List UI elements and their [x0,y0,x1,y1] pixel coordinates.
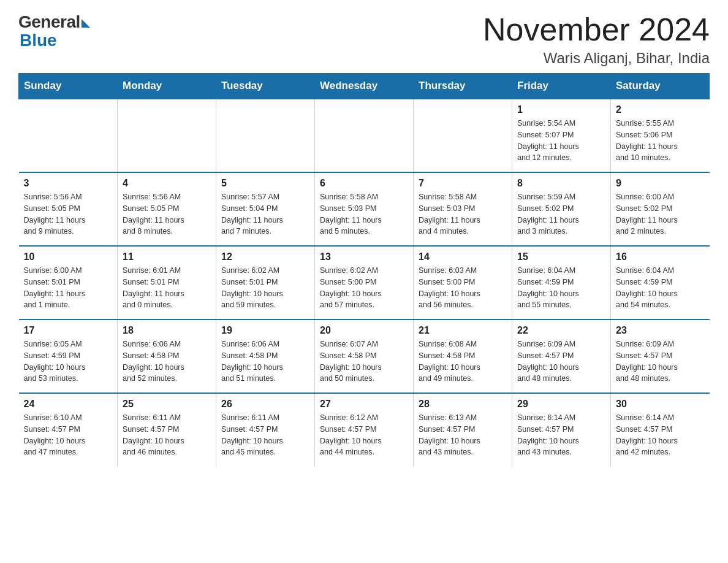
day-number: 3 [24,178,113,189]
day-info: Sunrise: 6:14 AMSunset: 4:57 PMDaylight:… [616,412,705,458]
day-number: 1 [517,104,605,115]
logo-general-text: General [18,12,80,32]
calendar-cell [315,99,414,172]
day-info: Sunrise: 6:09 AMSunset: 4:57 PMDaylight:… [616,339,705,385]
day-info: Sunrise: 5:55 AMSunset: 5:06 PMDaylight:… [616,118,705,164]
logo-triangle-icon [82,19,90,28]
calendar-cell: 15Sunrise: 6:04 AMSunset: 4:59 PMDayligh… [512,246,611,320]
calendar-cell: 28Sunrise: 6:13 AMSunset: 4:57 PMDayligh… [414,393,512,467]
day-number: 4 [123,178,211,189]
calendar-cell [216,99,315,172]
title-block: November 2024 Waris Aliganj, Bihar, Indi… [483,12,710,67]
calendar-cell: 27Sunrise: 6:12 AMSunset: 4:57 PMDayligh… [315,393,414,467]
day-number: 9 [616,178,705,189]
logo: General Blue [18,12,90,49]
day-info: Sunrise: 6:00 AMSunset: 5:02 PMDaylight:… [616,191,705,237]
day-number: 17 [24,325,113,336]
day-number: 14 [419,251,507,262]
day-info: Sunrise: 6:03 AMSunset: 5:00 PMDaylight:… [419,265,507,311]
day-info: Sunrise: 6:02 AMSunset: 5:01 PMDaylight:… [221,265,309,311]
calendar-cell: 19Sunrise: 6:06 AMSunset: 4:58 PMDayligh… [216,320,315,393]
day-of-week-header: Thursday [414,74,512,99]
calendar-cell: 23Sunrise: 6:09 AMSunset: 4:57 PMDayligh… [611,320,710,393]
day-number: 2 [616,104,705,115]
calendar-cell: 16Sunrise: 6:04 AMSunset: 4:59 PMDayligh… [611,246,710,320]
day-number: 12 [221,251,309,262]
calendar-cell: 12Sunrise: 6:02 AMSunset: 5:01 PMDayligh… [216,246,315,320]
calendar-cell: 13Sunrise: 6:02 AMSunset: 5:00 PMDayligh… [315,246,414,320]
day-info: Sunrise: 5:58 AMSunset: 5:03 PMDaylight:… [419,191,507,237]
calendar-header-row: SundayMondayTuesdayWednesdayThursdayFrid… [19,74,710,99]
day-number: 8 [517,178,605,189]
day-of-week-header: Sunday [19,74,118,99]
day-number: 26 [221,399,309,410]
calendar-cell: 29Sunrise: 6:14 AMSunset: 4:57 PMDayligh… [512,393,611,467]
calendar-cell: 4Sunrise: 5:56 AMSunset: 5:05 PMDaylight… [118,172,216,246]
day-number: 7 [419,178,507,189]
day-number: 20 [320,325,408,336]
day-of-week-header: Tuesday [216,74,315,99]
calendar-cell: 11Sunrise: 6:01 AMSunset: 5:01 PMDayligh… [118,246,216,320]
day-info: Sunrise: 6:13 AMSunset: 4:57 PMDaylight:… [419,412,507,458]
day-info: Sunrise: 5:54 AMSunset: 5:07 PMDaylight:… [517,118,605,164]
calendar-week-row: 1Sunrise: 5:54 AMSunset: 5:07 PMDaylight… [19,99,710,172]
day-info: Sunrise: 6:05 AMSunset: 4:59 PMDaylight:… [24,339,113,385]
calendar-cell: 30Sunrise: 6:14 AMSunset: 4:57 PMDayligh… [611,393,710,467]
day-info: Sunrise: 6:11 AMSunset: 4:57 PMDaylight:… [221,412,309,458]
day-number: 13 [320,251,408,262]
calendar-week-row: 10Sunrise: 6:00 AMSunset: 5:01 PMDayligh… [19,246,710,320]
calendar-cell: 5Sunrise: 5:57 AMSunset: 5:04 PMDaylight… [216,172,315,246]
calendar-cell: 18Sunrise: 6:06 AMSunset: 4:58 PMDayligh… [118,320,216,393]
day-info: Sunrise: 6:08 AMSunset: 4:58 PMDaylight:… [419,339,507,385]
day-number: 21 [419,325,507,336]
day-of-week-header: Saturday [611,74,710,99]
day-info: Sunrise: 5:59 AMSunset: 5:02 PMDaylight:… [517,191,605,237]
calendar-cell: 20Sunrise: 6:07 AMSunset: 4:58 PMDayligh… [315,320,414,393]
day-number: 23 [616,325,705,336]
day-info: Sunrise: 6:09 AMSunset: 4:57 PMDaylight:… [517,339,605,385]
calendar-cell: 1Sunrise: 5:54 AMSunset: 5:07 PMDaylight… [512,99,611,172]
calendar-cell: 3Sunrise: 5:56 AMSunset: 5:05 PMDaylight… [19,172,118,246]
day-number: 10 [24,251,113,262]
day-number: 11 [123,251,211,262]
day-info: Sunrise: 6:01 AMSunset: 5:01 PMDaylight:… [123,265,211,311]
page-header: General Blue November 2024 Waris Aliganj… [18,12,710,67]
day-info: Sunrise: 6:04 AMSunset: 4:59 PMDaylight:… [616,265,705,311]
calendar-week-row: 24Sunrise: 6:10 AMSunset: 4:57 PMDayligh… [19,393,710,467]
day-info: Sunrise: 6:10 AMSunset: 4:57 PMDaylight:… [24,412,113,458]
day-number: 16 [616,251,705,262]
calendar-subtitle: Waris Aliganj, Bihar, India [483,50,710,67]
day-info: Sunrise: 6:12 AMSunset: 4:57 PMDaylight:… [320,412,408,458]
calendar-title: November 2024 [483,12,710,47]
day-info: Sunrise: 6:06 AMSunset: 4:58 PMDaylight:… [221,339,309,385]
day-info: Sunrise: 6:06 AMSunset: 4:58 PMDaylight:… [123,339,211,385]
day-number: 25 [123,399,211,410]
day-of-week-header: Wednesday [315,74,414,99]
calendar-cell: 2Sunrise: 5:55 AMSunset: 5:06 PMDaylight… [611,99,710,172]
day-info: Sunrise: 6:11 AMSunset: 4:57 PMDaylight:… [123,412,211,458]
day-info: Sunrise: 5:57 AMSunset: 5:04 PMDaylight:… [221,191,309,237]
day-number: 24 [24,399,113,410]
calendar-cell [19,99,118,172]
calendar-cell: 9Sunrise: 6:00 AMSunset: 5:02 PMDaylight… [611,172,710,246]
calendar-cell: 10Sunrise: 6:00 AMSunset: 5:01 PMDayligh… [19,246,118,320]
day-number: 15 [517,251,605,262]
day-info: Sunrise: 5:58 AMSunset: 5:03 PMDaylight:… [320,191,408,237]
day-info: Sunrise: 6:02 AMSunset: 5:00 PMDaylight:… [320,265,408,311]
day-info: Sunrise: 5:56 AMSunset: 5:05 PMDaylight:… [24,191,113,237]
day-info: Sunrise: 6:07 AMSunset: 4:58 PMDaylight:… [320,339,408,385]
day-number: 30 [616,399,705,410]
calendar-cell: 26Sunrise: 6:11 AMSunset: 4:57 PMDayligh… [216,393,315,467]
calendar-cell: 7Sunrise: 5:58 AMSunset: 5:03 PMDaylight… [414,172,512,246]
calendar-cell [414,99,512,172]
day-of-week-header: Monday [118,74,216,99]
day-number: 18 [123,325,211,336]
day-info: Sunrise: 6:00 AMSunset: 5:01 PMDaylight:… [24,265,113,311]
calendar-cell: 21Sunrise: 6:08 AMSunset: 4:58 PMDayligh… [414,320,512,393]
day-info: Sunrise: 6:04 AMSunset: 4:59 PMDaylight:… [517,265,605,311]
calendar-cell: 6Sunrise: 5:58 AMSunset: 5:03 PMDaylight… [315,172,414,246]
calendar-week-row: 17Sunrise: 6:05 AMSunset: 4:59 PMDayligh… [19,320,710,393]
day-number: 27 [320,399,408,410]
calendar-table: SundayMondayTuesdayWednesdayThursdayFrid… [18,73,710,467]
day-of-week-header: Friday [512,74,611,99]
